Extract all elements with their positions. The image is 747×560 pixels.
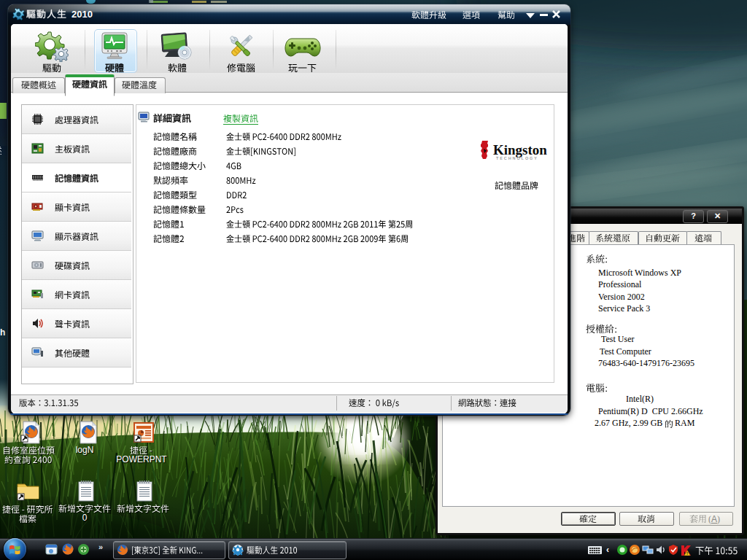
svg-text:!: ! [686, 551, 688, 556]
